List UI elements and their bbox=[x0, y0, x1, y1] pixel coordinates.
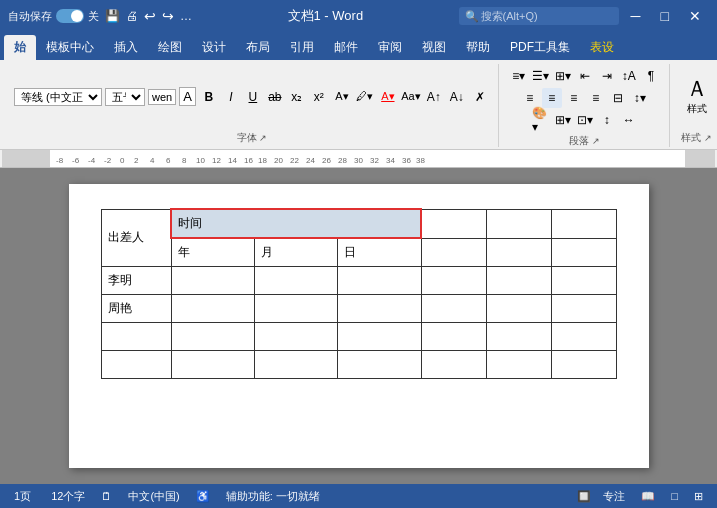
table-cell-yue[interactable]: 月 bbox=[254, 238, 337, 267]
table-cell-nian[interactable]: 年 bbox=[171, 238, 254, 267]
table-cell-r3c6[interactable] bbox=[486, 267, 551, 295]
table-cell-r3c3[interactable] bbox=[254, 267, 337, 295]
tab-draw[interactable]: 绘图 bbox=[148, 35, 192, 60]
table-cell-r2c7[interactable] bbox=[551, 238, 616, 267]
tab-references[interactable]: 引用 bbox=[280, 35, 324, 60]
superscript-btn[interactable]: x² bbox=[309, 87, 329, 107]
align-right-btn[interactable]: ≡ bbox=[564, 88, 584, 108]
table-cell-r3c2[interactable] bbox=[171, 267, 254, 295]
para-spacing-btn[interactable]: ↕ bbox=[597, 110, 617, 130]
table-cell-r4c6[interactable] bbox=[486, 295, 551, 323]
styles-btn[interactable]: Ａ 样式 bbox=[680, 74, 714, 118]
table-cell-r3c4[interactable] bbox=[338, 267, 421, 295]
case-btn[interactable]: Aa▾ bbox=[401, 87, 421, 107]
table-cell-r6c4[interactable] bbox=[338, 351, 421, 379]
table-cell-r5c4[interactable] bbox=[338, 323, 421, 351]
search-input[interactable] bbox=[459, 7, 619, 25]
close-btn[interactable]: ✕ bbox=[681, 6, 709, 26]
justify-dist-btn[interactable]: ⊟ bbox=[608, 88, 628, 108]
table-cell-r4c3[interactable] bbox=[254, 295, 337, 323]
font-color-btn[interactable]: A▾ bbox=[332, 87, 352, 107]
autosave-toggle[interactable]: 自动保存 关 bbox=[8, 9, 99, 24]
bidi-btn[interactable]: ↔ bbox=[619, 110, 639, 130]
table-cell-r6c5[interactable] bbox=[421, 351, 486, 379]
accessibility-status[interactable]: 辅助功能: 一切就绪 bbox=[222, 488, 324, 505]
tab-insert[interactable]: 插入 bbox=[104, 35, 148, 60]
table-cell-r1c7[interactable] bbox=[551, 209, 616, 238]
indent-increase-btn[interactable]: ⇥ bbox=[597, 66, 617, 86]
indent-decrease-btn[interactable]: ⇤ bbox=[575, 66, 595, 86]
table-cell-r6c6[interactable] bbox=[486, 351, 551, 379]
sort-btn[interactable]: ↕A bbox=[619, 66, 639, 86]
table-cell-r2c6[interactable] bbox=[486, 238, 551, 267]
tab-review[interactable]: 审阅 bbox=[368, 35, 412, 60]
table-cell-r6c7[interactable] bbox=[551, 351, 616, 379]
align-left-btn[interactable]: ≡ bbox=[520, 88, 540, 108]
table-cell-r6c2[interactable] bbox=[171, 351, 254, 379]
char-count[interactable]: 12个字 bbox=[47, 488, 89, 505]
table-cell-shijian[interactable]: 时间 bbox=[171, 209, 421, 238]
strikethrough-btn[interactable]: ab bbox=[265, 87, 285, 107]
toggle-pill[interactable] bbox=[56, 9, 84, 23]
web-view-btn[interactable]: ⊞ bbox=[690, 489, 707, 504]
table-cell-r4c2[interactable] bbox=[171, 295, 254, 323]
font-color-a-btn[interactable]: A▾ bbox=[378, 87, 398, 107]
table-cell-zhouyan[interactable]: 周艳 bbox=[101, 295, 171, 323]
justify-btn[interactable]: ≡ bbox=[586, 88, 606, 108]
focus-btn[interactable]: 专注 bbox=[599, 488, 629, 505]
save-icon[interactable]: 💾 bbox=[105, 9, 120, 23]
table-cell-r5c5[interactable] bbox=[421, 323, 486, 351]
table-cell-chucharen[interactable]: 出差人 bbox=[101, 209, 171, 267]
font-size-increase-btn[interactable]: A↑ bbox=[424, 87, 444, 107]
undo-btn[interactable]: ↩ bbox=[144, 8, 156, 24]
restore-btn[interactable]: □ bbox=[653, 6, 677, 26]
table-cell-r5c6[interactable] bbox=[486, 323, 551, 351]
table-cell-r6c3[interactable] bbox=[254, 351, 337, 379]
tab-view[interactable]: 视图 bbox=[412, 35, 456, 60]
show-marks-btn[interactable]: ¶ bbox=[641, 66, 661, 86]
more-btn[interactable]: … bbox=[180, 9, 192, 23]
list-ordered-btn[interactable]: ☰▾ bbox=[531, 66, 551, 86]
table-cell-r5c7[interactable] bbox=[551, 323, 616, 351]
redo-btn[interactable]: ↪ bbox=[162, 8, 174, 24]
tab-home[interactable]: 始 bbox=[4, 35, 36, 60]
print-view-btn[interactable]: □ bbox=[667, 489, 682, 503]
highlight-btn[interactable]: 🖊▾ bbox=[355, 87, 375, 107]
italic-btn[interactable]: I bbox=[221, 87, 241, 107]
font-size-decrease-btn[interactable]: A↓ bbox=[447, 87, 467, 107]
line-spacing-btn[interactable]: ↕▾ bbox=[630, 88, 650, 108]
table-cell-r2c5[interactable] bbox=[421, 238, 486, 267]
border-btn[interactable]: ⊡▾ bbox=[575, 110, 595, 130]
table-cell-r3c7[interactable] bbox=[551, 267, 616, 295]
clear-format-btn[interactable]: ✗ bbox=[470, 87, 490, 107]
tab-table-design[interactable]: 表设 bbox=[580, 35, 624, 60]
read-view-btn[interactable]: 📖 bbox=[637, 489, 659, 504]
language[interactable]: 中文(中国) bbox=[124, 488, 183, 505]
table-cell-r5c1[interactable] bbox=[101, 323, 171, 351]
table-cell-r6c1[interactable] bbox=[101, 351, 171, 379]
subscript-btn[interactable]: x₂ bbox=[287, 87, 307, 107]
shading-btn[interactable]: 🎨▾ bbox=[531, 110, 551, 130]
table-cell-r5c2[interactable] bbox=[171, 323, 254, 351]
bold-btn[interactable]: B bbox=[199, 87, 219, 107]
table-cell-r5c3[interactable] bbox=[254, 323, 337, 351]
table-cell-r4c7[interactable] bbox=[551, 295, 616, 323]
tab-layout[interactable]: 布局 bbox=[236, 35, 280, 60]
doc-table[interactable]: 出差人 时间 年 月 日 李明 bbox=[101, 208, 617, 379]
page-count[interactable]: 1页 bbox=[10, 488, 35, 505]
table-cell-r1c6[interactable] bbox=[486, 209, 551, 238]
underline-btn[interactable]: U bbox=[243, 87, 263, 107]
table-cell-r1c5[interactable] bbox=[421, 209, 486, 238]
list-multilevel-btn[interactable]: ⊞▾ bbox=[553, 66, 573, 86]
print-icon[interactable]: 🖨 bbox=[126, 9, 138, 23]
tab-design[interactable]: 设计 bbox=[192, 35, 236, 60]
table-grid-btn[interactable]: ⊞▾ bbox=[553, 110, 573, 130]
tab-template[interactable]: 模板中心 bbox=[36, 35, 104, 60]
table-cell-r4c5[interactable] bbox=[421, 295, 486, 323]
tab-mailings[interactable]: 邮件 bbox=[324, 35, 368, 60]
table-cell-liming[interactable]: 李明 bbox=[101, 267, 171, 295]
table-cell-r4c4[interactable] bbox=[338, 295, 421, 323]
font-size-select[interactable]: 五号 bbox=[105, 88, 145, 106]
align-center-btn[interactable]: ≡ bbox=[542, 88, 562, 108]
font-family-select[interactable]: 等线 (中文正文) bbox=[14, 88, 102, 106]
